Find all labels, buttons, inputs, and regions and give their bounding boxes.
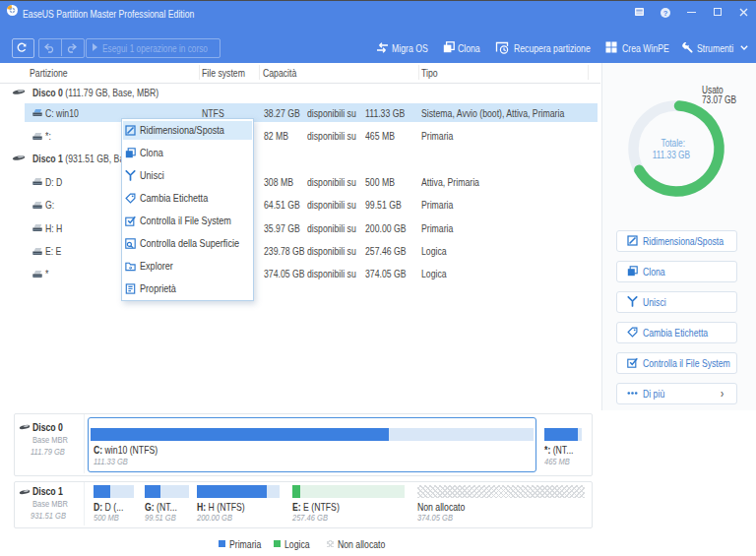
svg-text:?: ? <box>662 8 667 17</box>
